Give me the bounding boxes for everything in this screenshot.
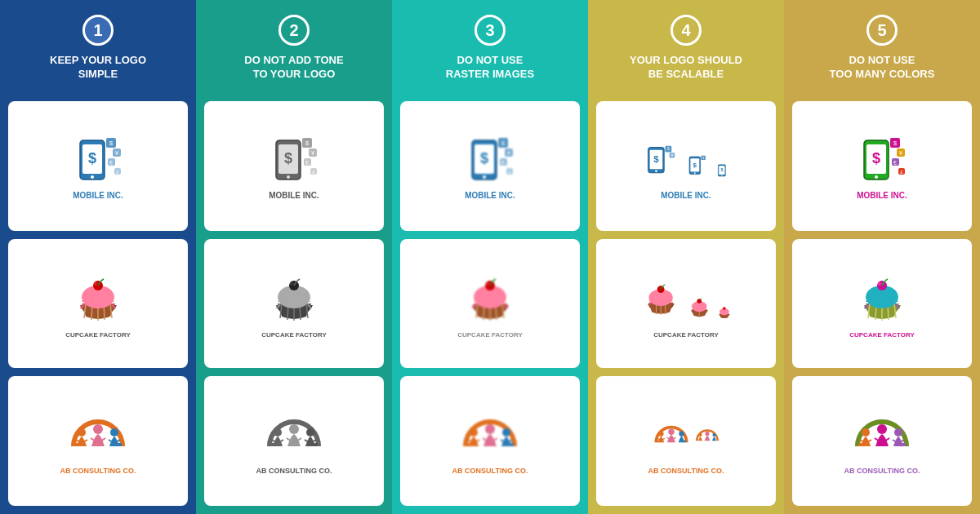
svg-text:$: $ — [667, 147, 670, 152]
svg-text:$: $ — [893, 140, 898, 147]
svg-text:€: € — [893, 160, 897, 166]
mobile-label-5: MOBILE INC. — [857, 191, 907, 200]
consulting-label-1: AB CONSULTING CO. — [60, 467, 136, 475]
svg-text:$: $ — [88, 150, 96, 166]
svg-point-131 — [705, 432, 709, 436]
col-title-5: DO NOT USETOO MANY COLORS — [830, 54, 935, 93]
column-2: 2 DO NOT ADD TONETO YOUR LOGO $ $ ¥ € £ … — [196, 0, 392, 514]
cupcake-card-5: CUPCAKE FACTORY — [792, 239, 972, 369]
column-1: 1 KEEP YOUR LOGOSIMPLE $ $ ¥ € £ MOBILE … — [0, 0, 196, 514]
svg-text:$: $ — [702, 157, 704, 160]
svg-point-115 — [657, 286, 665, 293]
svg-point-104 — [694, 173, 696, 175]
consulting-card-4: AB CONSULTING CO. — [596, 376, 776, 506]
consulting-card-1: AB CONSULTING CO. — [8, 376, 188, 506]
column-5: 5 DO NOT USETOO MANY COLORS $ $ ¥ € £ MO… — [784, 0, 980, 514]
svg-text:¥: ¥ — [311, 150, 314, 156]
badge-5: 5 — [866, 15, 898, 46]
svg-point-153 — [862, 428, 870, 436]
svg-point-130 — [698, 433, 702, 436]
svg-rect-92 — [510, 443, 514, 446]
col-title-4: YOUR LOGO SHOULDBE SCALABLE — [630, 54, 742, 93]
column-3: 3 DO NOT USERASTER IMAGES $ $ ¥ € £ MOBI… — [392, 0, 588, 514]
svg-point-82 — [470, 428, 478, 436]
consulting-label-4: AB CONSULTING CO. — [648, 467, 724, 475]
svg-point-51 — [274, 428, 282, 436]
svg-text:¥: ¥ — [115, 150, 118, 156]
svg-point-23 — [93, 424, 103, 434]
svg-text:€: € — [501, 160, 505, 166]
svg-point-132 — [712, 433, 715, 436]
svg-text:€: € — [305, 160, 309, 166]
svg-point-127 — [679, 432, 684, 436]
svg-point-54 — [289, 424, 299, 434]
svg-point-65 — [483, 175, 486, 179]
svg-rect-29 — [74, 443, 78, 446]
svg-text:$: $ — [305, 140, 310, 147]
svg-text:$: $ — [109, 140, 114, 147]
svg-point-159 — [894, 428, 902, 436]
svg-rect-162 — [858, 443, 862, 446]
consulting-label-5: AB CONSULTING CO. — [844, 467, 920, 475]
svg-point-34 — [287, 175, 290, 179]
mobile-label-3: MOBILE INC. — [465, 191, 515, 200]
cupcake-label-5: CUPCAKE FACTORY — [849, 331, 915, 339]
consulting-card-2: AB CONSULTING CO. — [204, 376, 384, 506]
svg-rect-129 — [684, 441, 686, 443]
svg-rect-91 — [466, 443, 470, 446]
svg-point-85 — [485, 424, 495, 434]
cupcake-label-3: CUPCAKE FACTORY — [457, 331, 523, 339]
svg-rect-30 — [118, 443, 122, 446]
col-title-1: KEEP YOUR LOGOSIMPLE — [50, 54, 146, 93]
consulting-card-3: AB CONSULTING CO. — [400, 376, 580, 506]
mobile-label-2: MOBILE INC. — [269, 191, 319, 200]
svg-point-96 — [655, 171, 657, 173]
svg-point-20 — [78, 428, 86, 436]
svg-text:$: $ — [693, 162, 697, 169]
svg-point-120 — [723, 307, 726, 310]
consulting-label-2: AB CONSULTING CO. — [256, 467, 332, 475]
svg-text:¥: ¥ — [899, 150, 902, 156]
svg-point-81 — [486, 282, 489, 286]
svg-text:$: $ — [480, 150, 488, 166]
svg-point-50 — [290, 282, 293, 286]
svg-text:$: $ — [653, 153, 659, 164]
badge-2: 2 — [278, 15, 310, 46]
svg-rect-128 — [657, 441, 659, 443]
svg-text:$: $ — [284, 150, 292, 166]
mobile-card-4: $ $ ¥ $ $ $ — [596, 101, 776, 231]
svg-rect-163 — [902, 443, 906, 446]
col-title-2: DO NOT ADD TONETO YOUR LOGO — [244, 54, 343, 93]
consulting-card-5: AB CONSULTING CO. — [792, 376, 972, 506]
svg-text:¥: ¥ — [507, 150, 510, 156]
cupcake-card-1: CUPCAKE FACTORY — [8, 239, 188, 369]
cupcake-card-4: CUPCAKE FACTORY — [596, 239, 776, 369]
badge-4: 4 — [670, 15, 702, 46]
cupcake-label-1: CUPCAKE FACTORY — [65, 331, 131, 339]
consulting-label-3: AB CONSULTING CO. — [452, 467, 528, 475]
svg-point-57 — [306, 428, 314, 436]
svg-rect-60 — [270, 443, 274, 446]
badge-3: 3 — [474, 15, 506, 46]
column-4: 4 YOUR LOGO SHOULDBE SCALABLE $ $ ¥ — [588, 0, 784, 514]
svg-point-121 — [658, 432, 663, 436]
mobile-label-1: MOBILE INC. — [73, 191, 123, 200]
cupcake-label-2: CUPCAKE FACTORY — [261, 331, 327, 339]
svg-point-152 — [878, 282, 881, 286]
svg-point-124 — [668, 429, 675, 436]
svg-text:$: $ — [501, 140, 506, 147]
svg-point-19 — [94, 282, 97, 286]
svg-point-3 — [91, 175, 94, 179]
svg-point-88 — [502, 428, 510, 436]
mobile-card-5: $ $ ¥ € £ MOBILE INC. — [792, 101, 972, 231]
svg-text:$: $ — [720, 167, 723, 172]
svg-text:$: $ — [872, 150, 880, 166]
svg-text:€: € — [109, 160, 113, 166]
svg-point-156 — [877, 424, 887, 434]
svg-rect-61 — [314, 443, 318, 446]
svg-point-136 — [875, 175, 878, 179]
mobile-card-1: $ $ ¥ € £ MOBILE INC. — [8, 101, 188, 231]
cupcake-card-2: CUPCAKE FACTORY — [204, 239, 384, 369]
col-title-3: DO NOT USERASTER IMAGES — [446, 54, 534, 93]
svg-point-26 — [110, 428, 118, 436]
